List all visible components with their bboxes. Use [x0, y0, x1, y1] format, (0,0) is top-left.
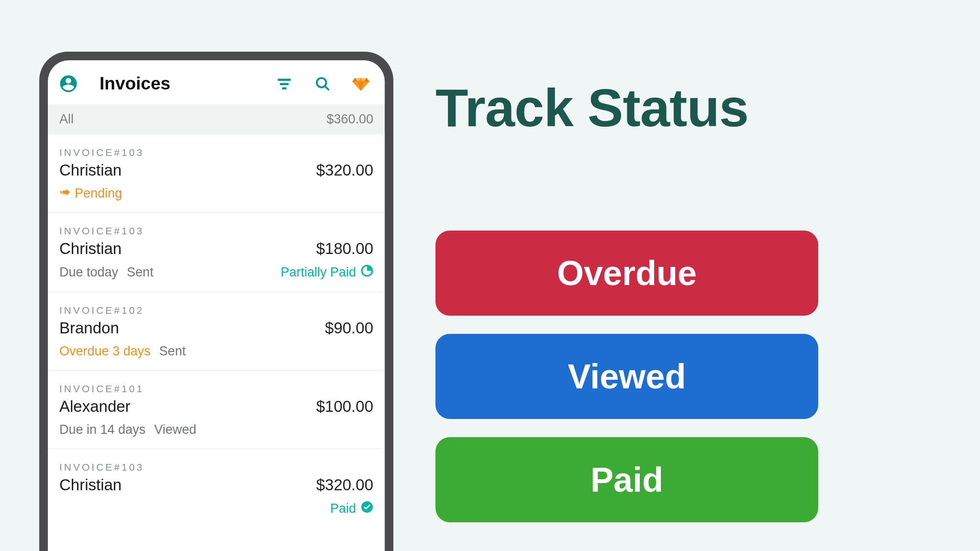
- invoice-number: INVOICE#103: [59, 225, 373, 237]
- sent-label: Sent: [159, 344, 186, 359]
- invoice-number: INVOICE#103: [59, 147, 373, 158]
- invoice-item[interactable]: INVOICE#103 Christian $180.00 Due today …: [48, 213, 385, 292]
- invoice-number: INVOICE#101: [59, 383, 373, 395]
- status-pill-group: Overdue Viewed Paid: [435, 231, 904, 522]
- pill-label: Viewed: [568, 357, 686, 396]
- due-label: Due today: [59, 265, 118, 280]
- pie-icon: [361, 264, 373, 280]
- pill-label: Paid: [590, 460, 663, 499]
- svg-rect-1: [280, 83, 289, 86]
- due-label: Due in 14 days: [59, 422, 145, 437]
- svg-rect-2: [282, 88, 287, 90]
- app-bar: Invoices: [48, 60, 385, 104]
- phone-frame: Invoices: [39, 52, 393, 551]
- status-pending: Pending: [59, 186, 122, 201]
- invoice-list: INVOICE#103 Christian $320.00: [48, 134, 385, 551]
- phone-screen: Invoices: [48, 60, 385, 551]
- app-title: Invoices: [100, 74, 267, 94]
- invoice-number: INVOICE#102: [59, 305, 373, 316]
- invoice-item[interactable]: INVOICE#101 Alexander $100.00 Due in 14 …: [48, 371, 385, 449]
- viewed-label: Viewed: [154, 422, 196, 437]
- arrow-right-icon: [59, 186, 70, 201]
- summary-bar[interactable]: All $360.00: [48, 104, 385, 134]
- invoice-amount: $180.00: [316, 240, 373, 258]
- svg-rect-0: [278, 79, 291, 81]
- invoice-amount: $90.00: [325, 319, 373, 337]
- svg-line-4: [325, 86, 329, 90]
- invoice-item[interactable]: INVOICE#103 Christian $320.00: [48, 134, 385, 213]
- svg-rect-11: [60, 191, 61, 194]
- paid-label: Paid: [330, 501, 356, 516]
- pill-label: Overdue: [557, 253, 697, 293]
- invoice-client: Brandon: [59, 319, 119, 337]
- invoice-item[interactable]: INVOICE#103 Christian $320.00 Paid: [48, 449, 385, 528]
- invoice-client: Christian: [59, 161, 122, 179]
- invoice-amount: $100.00: [316, 397, 373, 416]
- heading-track-status: Track Status: [435, 81, 904, 135]
- right-panel: Track Status Overdue Viewed Paid: [435, 81, 904, 522]
- overdue-label: Overdue 3 days: [59, 344, 151, 359]
- invoice-amount: $320.00: [316, 476, 373, 494]
- invoice-number: INVOICE#103: [59, 462, 373, 473]
- invoice-client: Alexander: [59, 397, 131, 416]
- invoice-item[interactable]: INVOICE#102 Brandon $90.00 Overdue 3 day…: [48, 292, 385, 371]
- invoice-amount: $320.00: [316, 161, 373, 179]
- invoice-client: Christian: [59, 476, 122, 494]
- status-pill-viewed: Viewed: [435, 334, 818, 419]
- status-pill-overdue: Overdue: [435, 231, 818, 316]
- search-icon[interactable]: [314, 75, 331, 92]
- status-paid: Paid: [330, 501, 373, 517]
- svg-rect-12: [62, 191, 63, 194]
- diamond-icon[interactable]: [352, 75, 369, 92]
- summary-total: $360.00: [326, 112, 373, 127]
- app-bar-actions: [276, 75, 374, 92]
- summary-label: All: [59, 112, 74, 127]
- profile-icon[interactable]: [58, 74, 78, 94]
- partial-label: Partially Paid: [280, 265, 356, 280]
- status-pill-paid: Paid: [435, 437, 818, 522]
- check-circle-icon: [361, 501, 373, 517]
- sent-label: Sent: [127, 265, 154, 280]
- svg-point-3: [317, 78, 326, 88]
- filter-icon[interactable]: [276, 75, 293, 92]
- status-partially-paid: Partially Paid: [280, 264, 373, 280]
- invoice-client: Christian: [59, 240, 122, 258]
- pending-label: Pending: [75, 186, 122, 201]
